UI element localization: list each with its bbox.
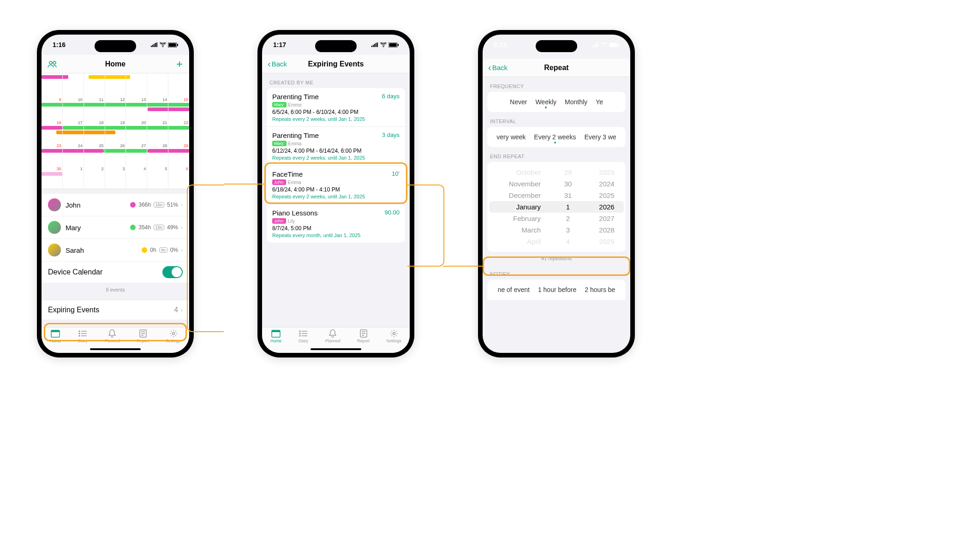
picker-option[interactable]: Never xyxy=(510,98,527,106)
event-repeat: Repeats every 2 weeks, until Jan 1, 2025 xyxy=(272,155,400,161)
picker-option[interactable]: Ye xyxy=(596,98,603,106)
calendar-day[interactable]: 17 xyxy=(63,119,84,143)
calendar-day[interactable]: 29 xyxy=(168,143,189,166)
picker-option[interactable]: Monthly xyxy=(565,98,587,106)
calendar-day[interactable]: 20 xyxy=(126,119,147,143)
calendar-day[interactable]: 12 xyxy=(105,96,126,119)
picker-option[interactable]: Every 3 we xyxy=(584,133,616,141)
date-picker-row[interactable]: November302024 xyxy=(495,178,618,190)
device-calendar-row[interactable]: Device Calendar xyxy=(42,262,189,283)
calendar-day[interactable]: 30 xyxy=(42,166,63,189)
calendar-day[interactable]: 5 xyxy=(147,166,168,189)
chevron-right-icon: › xyxy=(181,247,183,253)
expiring-events-label: Expiring Events xyxy=(48,306,99,314)
calendar-day[interactable]: 19 xyxy=(105,119,126,143)
date-picker-row[interactable]: January12026 xyxy=(489,201,624,213)
bell-icon xyxy=(107,329,117,338)
calendar-day[interactable] xyxy=(84,73,105,96)
event-item[interactable]: Parenting Time 6 days Mary:Emma 6/5/24, … xyxy=(267,88,405,127)
tab-planned[interactable]: Planned xyxy=(325,329,341,343)
calendar-day[interactable]: 10 xyxy=(63,96,84,119)
svg-point-33 xyxy=(393,333,395,335)
calendar-day[interactable]: 23 xyxy=(42,143,63,166)
picker-option[interactable]: ne of event xyxy=(498,286,530,293)
calendar-day[interactable]: 28 xyxy=(147,143,168,166)
date-picker-row[interactable]: October292023 xyxy=(495,167,618,178)
event-title: Parenting Time xyxy=(272,93,319,101)
calendar-day[interactable] xyxy=(42,73,63,96)
calendar-day[interactable]: 3 xyxy=(105,166,126,189)
tab-label: Settings xyxy=(166,339,181,343)
event-item[interactable]: Piano Lessons 90.00 John:Lily 8/7/24, 5:… xyxy=(267,204,405,243)
calendar-day[interactable]: 2 xyxy=(84,166,105,189)
calendar-day[interactable]: 15 xyxy=(168,96,189,119)
header: ‹ Back Repeat xyxy=(483,59,630,77)
calendar-day[interactable]: 11 xyxy=(84,96,105,119)
calendar-day[interactable] xyxy=(63,73,84,96)
calendar-day[interactable]: 21 xyxy=(147,119,168,143)
calendar-day[interactable]: 6 xyxy=(168,166,189,189)
tab-report[interactable]: Report xyxy=(357,329,370,343)
tab-label: Diary xyxy=(78,339,88,343)
person-row[interactable]: Mary 354h 15n 49% › xyxy=(42,216,189,239)
date-picker-row[interactable]: March32028 xyxy=(495,224,618,236)
back-button[interactable]: ‹ Back xyxy=(488,62,508,73)
calendar-day[interactable]: 25 xyxy=(84,143,105,166)
calendar-day[interactable]: 16 xyxy=(42,119,63,143)
calendar-day[interactable]: 27 xyxy=(126,143,147,166)
person-row[interactable]: John 366h 15n 51% › xyxy=(42,194,189,216)
calendar-day[interactable] xyxy=(105,73,126,96)
picker-option[interactable]: Weekly xyxy=(535,98,556,106)
back-button[interactable]: ‹ Back xyxy=(268,59,287,69)
picker-option[interactable]: very week xyxy=(496,133,526,141)
svg-rect-20 xyxy=(398,44,399,46)
tab-settings[interactable]: Settings xyxy=(386,329,401,343)
tab-home[interactable]: Home xyxy=(270,329,281,343)
calendar-day[interactable]: 13 xyxy=(126,96,147,119)
end-repeat-label: END REPEAT xyxy=(483,147,630,162)
person-row[interactable]: Sarah 0h 0n 0% › xyxy=(42,239,189,262)
tab-diary[interactable]: Diary xyxy=(78,329,88,343)
date-picker-row[interactable]: February22027 xyxy=(495,213,618,224)
frequency-label: FREQUENCY xyxy=(483,77,630,92)
svg-point-3 xyxy=(49,61,52,64)
event-item[interactable]: Parenting Time 3 days Mary:Emma 6/12/24,… xyxy=(267,127,405,166)
tab-planned[interactable]: Planned xyxy=(105,329,120,343)
tab-label: Planned xyxy=(325,339,341,343)
add-button[interactable]: + xyxy=(176,58,183,71)
picker-option[interactable]: Every 2 weeks xyxy=(534,133,576,141)
calendar-day[interactable]: 26 xyxy=(105,143,126,166)
tab-report[interactable]: Report xyxy=(137,329,149,343)
status-icons xyxy=(150,42,178,48)
tab-diary[interactable]: Diary xyxy=(298,329,308,343)
calendar-day[interactable]: 18 xyxy=(84,119,105,143)
calendar-day[interactable]: 22 xyxy=(168,119,189,143)
calendar-day[interactable]: 4 xyxy=(126,166,147,189)
calendar-day[interactable] xyxy=(126,73,147,96)
calendar-day[interactable] xyxy=(168,73,189,96)
device-calendar-toggle[interactable] xyxy=(162,266,183,278)
picker-option[interactable]: 2 hours be xyxy=(585,286,615,293)
tab-settings[interactable]: Settings xyxy=(166,329,181,343)
event-item[interactable]: FaceTime 10' John:Emma 6/18/24, 4:00 PM … xyxy=(267,166,405,204)
date-picker-row[interactable]: April42029 xyxy=(495,236,618,247)
expiring-events-row[interactable]: Expiring Events 4 › xyxy=(42,300,189,320)
person-stats: 366h 15n 51% › xyxy=(130,202,183,208)
notify-picker[interactable]: ne of event1 hour before2 hours be xyxy=(487,280,626,300)
calendar-day[interactable]: 9 xyxy=(42,96,63,119)
calendar-day[interactable]: 1 xyxy=(63,166,84,189)
calendar-day[interactable]: 14 xyxy=(147,96,168,119)
end-date-picker[interactable]: October292023November302024December31202… xyxy=(487,162,626,252)
calendar[interactable]: 9101112131415 16171819202122 23242526272… xyxy=(42,73,189,189)
frequency-picker[interactable]: NeverWeeklyMonthlyYe xyxy=(487,92,626,112)
interval-picker[interactable]: very weekEvery 2 weeksEvery 3 we xyxy=(487,127,626,147)
date-picker-row[interactable]: December312025 xyxy=(495,190,618,201)
calendar-day[interactable]: 24 xyxy=(63,143,84,166)
event-days: 3 days xyxy=(382,131,400,138)
calendar-icon xyxy=(50,329,60,338)
person-stats: 354h 15n 49% › xyxy=(130,224,183,231)
calendar-day[interactable] xyxy=(147,73,168,96)
picker-option[interactable]: 1 hour before xyxy=(538,286,576,293)
people-icon[interactable] xyxy=(47,60,58,68)
tab-home[interactable]: Home xyxy=(50,329,61,343)
